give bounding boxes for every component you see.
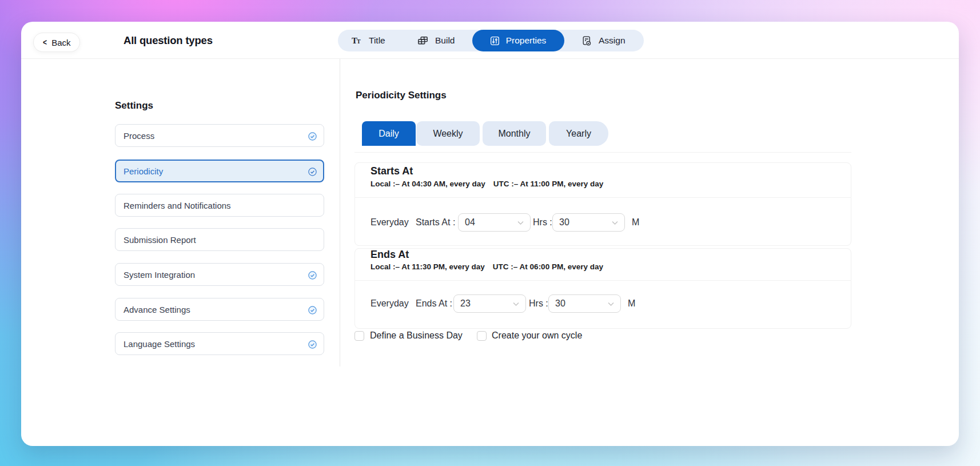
svg-text:T: T [357,38,361,45]
